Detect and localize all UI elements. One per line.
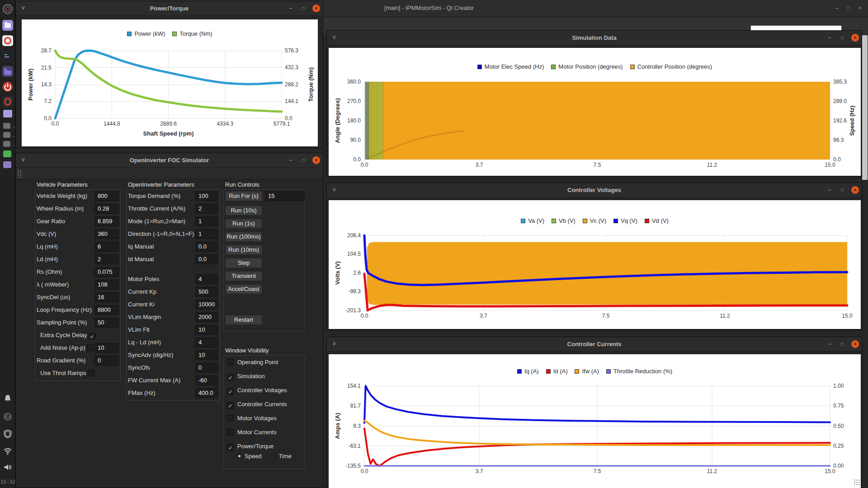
radio-option[interactable]: Time: [271, 453, 292, 460]
office-app[interactable]: [2, 35, 13, 46]
run-for-button[interactable]: Run For (s): [225, 191, 262, 201]
minimize-button[interactable]: –: [826, 34, 834, 42]
field-input[interactable]: 800: [94, 191, 119, 201]
visibility-checkbox[interactable]: [227, 415, 234, 422]
close-button[interactable]: ×: [851, 186, 859, 194]
field-input[interactable]: -60: [195, 375, 218, 385]
task-minimized[interactable]: ..: [3, 141, 10, 147]
simulation-data-titlebar[interactable]: ∨ Simulation Data – □ ×: [327, 31, 862, 45]
svg-text:104.5: 104.5: [347, 251, 361, 257]
maximize-button[interactable]: □: [838, 34, 846, 42]
field-input[interactable]: 2000: [195, 312, 218, 322]
field-input[interactable]: 10: [195, 350, 218, 360]
qt-editor-scrollbar[interactable]: [862, 35, 868, 180]
radio-icon[interactable]: [271, 453, 277, 459]
foc-titlebar[interactable]: ∨ OpenInverter FOC Simulator – □ ×: [16, 153, 323, 168]
close-button[interactable]: ×: [312, 5, 320, 12]
run-control-button[interactable]: Accel/Coast: [225, 284, 262, 294]
field-input[interactable]: 400.0: [195, 388, 218, 398]
field-input[interactable]: 6: [94, 242, 119, 252]
visibility-checkbox[interactable]: ✓: [227, 402, 234, 409]
field-input[interactable]: 0: [94, 356, 119, 366]
field-input[interactable]: 1: [195, 216, 218, 226]
maximize-button[interactable]: □: [838, 340, 846, 348]
visibility-checkbox[interactable]: ✓: [227, 388, 234, 395]
minimize-button[interactable]: –: [287, 5, 295, 13]
drag-handle-icon[interactable]: [17, 169, 23, 178]
field-input[interactable]: 1: [195, 229, 218, 239]
field-input[interactable]: 10: [195, 325, 218, 335]
qt-maximize-button[interactable]: □: [844, 4, 853, 12]
radio-icon[interactable]: [236, 453, 242, 459]
run-control-button[interactable]: Run (1s): [225, 219, 262, 229]
wifi-icon[interactable]: [3, 446, 12, 455]
close-button[interactable]: ×: [312, 156, 320, 164]
volume-icon[interactable]: [3, 463, 12, 472]
power-torque-titlebar[interactable]: ∨ Power/Torque – □ ×: [16, 1, 323, 16]
field-input[interactable]: 360: [94, 229, 119, 239]
run-control-button[interactable]: Run (100ms): [225, 232, 262, 242]
field-input[interactable]: 4: [195, 338, 218, 347]
run-for-input[interactable]: 15: [265, 191, 305, 201]
field-input[interactable]: 2: [94, 254, 119, 264]
qt-close-button[interactable]: ×: [856, 4, 864, 12]
qt-minimize-button[interactable]: –: [833, 4, 841, 12]
run-control-button[interactable]: Run (10s): [225, 206, 262, 216]
terminal-app[interactable]: [2, 51, 13, 61]
resize-grip-icon[interactable]: [854, 479, 861, 486]
shield-icon[interactable]: [3, 429, 12, 438]
bluetooth-icon[interactable]: [3, 412, 12, 421]
opera-app[interactable]: [2, 96, 13, 107]
field-input[interactable]: 0.0: [195, 242, 218, 252]
task-green[interactable]: [3, 150, 11, 157]
radio-option[interactable]: Speed: [236, 453, 262, 460]
run-control-button[interactable]: Transient: [225, 271, 262, 281]
field-input[interactable]: 108: [94, 280, 119, 290]
add-noise-input[interactable]: 10: [94, 343, 119, 353]
task-minimized[interactable]: ..: [3, 123, 10, 129]
minimize-button[interactable]: –: [826, 340, 834, 348]
field-input[interactable]: 0.28: [94, 204, 119, 214]
task-purple[interactable]: [3, 161, 11, 168]
minimize-button[interactable]: –: [826, 186, 834, 194]
field-input[interactable]: 0.0: [195, 254, 218, 264]
run-control-button[interactable]: Run (10ms): [225, 245, 262, 255]
maximize-button[interactable]: □: [299, 5, 307, 13]
field-label: Iq Manual: [128, 243, 154, 250]
visibility-checkbox[interactable]: ✓: [227, 444, 234, 451]
field-input[interactable]: 0.075: [94, 267, 119, 277]
use-throt-ramps-checkbox[interactable]: [88, 370, 94, 376]
controller-currents-titlebar[interactable]: ∨ Controller Currents – □ ×: [327, 337, 862, 352]
visibility-checkbox[interactable]: [227, 429, 234, 436]
field-input[interactable]: 2: [195, 204, 218, 214]
field-input[interactable]: 4: [195, 274, 218, 284]
files-app[interactable]: [2, 20, 13, 31]
visibility-checkbox[interactable]: [227, 359, 234, 366]
field-input[interactable]: 100: [195, 191, 218, 201]
task-active[interactable]: [3, 110, 12, 117]
close-button[interactable]: ×: [851, 340, 859, 348]
menu-logo[interactable]: [2, 4, 13, 14]
minimize-button[interactable]: –: [287, 156, 295, 164]
maximize-button[interactable]: □: [299, 156, 307, 164]
field-input[interactable]: 10000: [195, 300, 218, 310]
restart-button[interactable]: Restart: [225, 315, 262, 325]
field-input[interactable]: 0: [195, 363, 218, 373]
bell-icon[interactable]: [3, 394, 12, 403]
power-app[interactable]: [2, 81, 13, 92]
task-minimized[interactable]: ..: [3, 132, 10, 138]
folder-app[interactable]: [2, 66, 13, 77]
field-input[interactable]: 6.859: [94, 216, 119, 226]
run-control-button[interactable]: Step: [225, 258, 262, 268]
controller-voltages-titlebar[interactable]: ∨ Controller Voltages – □ ×: [327, 183, 862, 197]
field-input[interactable]: 50: [94, 318, 119, 328]
maximize-button[interactable]: □: [838, 186, 846, 194]
add-noise-checkbox[interactable]: [87, 344, 94, 351]
field-input[interactable]: 500: [195, 287, 218, 297]
close-button[interactable]: ×: [851, 34, 859, 42]
visibility-checkbox[interactable]: ✓: [227, 374, 234, 381]
legend-swatch-icon: [645, 219, 649, 223]
extra-cycle-delay-checkbox[interactable]: ✓: [89, 333, 95, 340]
field-input[interactable]: 8800: [94, 305, 119, 315]
field-input[interactable]: 16: [94, 292, 119, 302]
